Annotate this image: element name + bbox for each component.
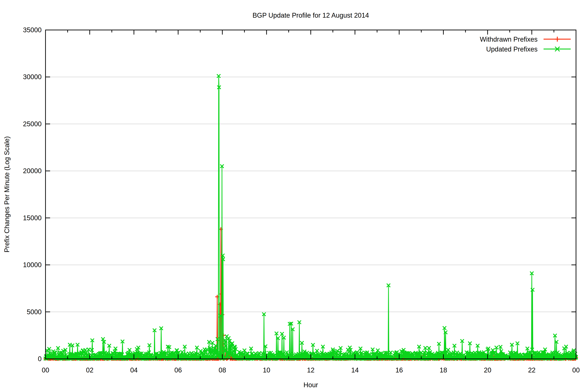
y-tick-label: 30000 [23,73,42,80]
y-tick-label: 20000 [23,167,42,174]
y-tick-label: 35000 [23,26,42,34]
x-axis-label: Hour [304,381,318,389]
legend: Withdrawn Prefixes Updated Prefixes [480,36,571,53]
y-tick-label: 0 [38,355,42,362]
x-tick-label: 06 [174,366,182,374]
legend-label-updated: Updated Prefixes [486,46,538,53]
legend-sample-updated-line [544,47,571,51]
y-tick-label: 5000 [27,308,42,316]
x-tick-label: 00 [42,366,49,374]
y-tick-label: 15000 [23,214,42,222]
y-tick-label: 10000 [23,261,42,268]
bgp-update-chart-page: 05000100001500020000250003000035000 0002… [0,0,588,392]
x-tick-label: 12 [307,366,314,374]
x-tick-label: 08 [219,366,226,374]
plot-border [46,30,576,359]
y-tick-label: 25000 [23,120,42,128]
legend-label-withdrawn: Withdrawn Prefixes [480,36,538,43]
y-tick-labels: 05000100001500020000250003000035000 [23,26,42,362]
bgp-update-chart: 05000100001500020000250003000035000 0002… [0,0,588,392]
x-tick-label: 18 [440,366,447,374]
x-tick-label: 04 [130,366,138,374]
x-tick-label: 02 [86,366,94,374]
axis-ticks [46,30,576,359]
x-tick-label: 22 [528,366,536,374]
x-tick-label: 16 [396,366,403,374]
chart-title: BGP Update Profile for 12 August 2014 [252,12,369,19]
legend-sample-withdrawn-line [544,37,571,42]
x-tick-label: 10 [263,366,270,374]
x-tick-label: 14 [351,366,359,374]
gridlines [46,77,576,312]
series-updated-prefixes [44,74,578,360]
legend-plus-marker-icon [555,37,560,42]
series-updated-line [46,76,576,358]
x-tick-label: 20 [484,366,491,374]
x-tick-labels: 00020406081012141618202200 [42,366,580,374]
series-updated-markers [44,74,578,360]
series-withdrawn-line [46,229,576,359]
x-tick-label: 00 [572,366,580,374]
y-axis-label: Prefix Changes Per Minute (Log Scale) [3,136,10,252]
